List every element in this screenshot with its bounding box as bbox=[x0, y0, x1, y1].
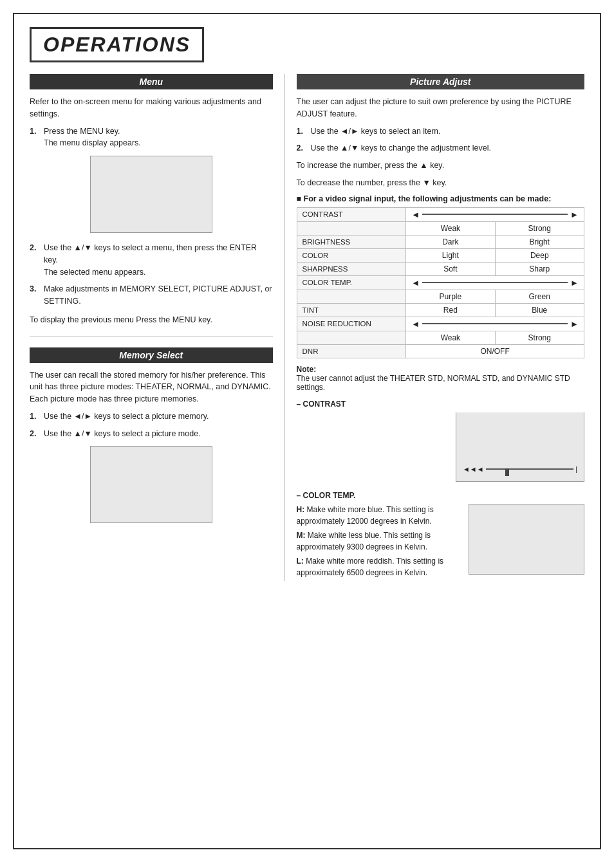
picture-adjust-header: Picture Adjust bbox=[297, 74, 584, 89]
table-label-colortemp-empty bbox=[297, 290, 406, 303]
right-column: Picture Adjust The user can adjust the p… bbox=[285, 74, 584, 581]
menu-section-header: Menu bbox=[30, 74, 273, 89]
picture-adjust-intro: The user can adjust the picture to suit … bbox=[297, 96, 584, 120]
mem-step-main-1: Use the ◄/► keys to select a picture mem… bbox=[44, 412, 209, 421]
table-row-arrow-1: CONTRAST ◄ ► bbox=[297, 207, 584, 221]
table-row-tint: TINT Red Blue bbox=[297, 303, 584, 317]
pic-step-main-1: Use the ◄/► keys to select an item. bbox=[311, 127, 441, 136]
note-section: Note: The user cannot adjust the THEATER… bbox=[297, 365, 584, 392]
table-label-tint: TINT bbox=[297, 303, 406, 317]
step-sub-1: The menu display appears. bbox=[44, 138, 141, 147]
table-arrow-contrast: ◄ ► bbox=[406, 207, 584, 221]
section-divider bbox=[30, 337, 273, 337]
pic-step-num-2: 2. bbox=[297, 142, 311, 154]
mem-step-content-1: Use the ◄/► keys to select a picture mem… bbox=[44, 411, 273, 423]
arrow-right-colortemp: ► bbox=[570, 278, 579, 288]
page-container: OPERATIONS Menu Refer to the on-screen m… bbox=[13, 13, 601, 849]
color-temp-image-box bbox=[469, 504, 584, 575]
mem-step-content-2: Use the ▲/▼ keys to select a picture mod… bbox=[44, 428, 273, 440]
table-row-sharpness: SHARPNESS Soft Sharp bbox=[297, 262, 584, 275]
memory-step-2: 2. Use the ▲/▼ keys to select a picture … bbox=[30, 428, 273, 440]
table-val-red: Red bbox=[406, 303, 495, 317]
table-row-dnr: DNR ON/OFF bbox=[297, 344, 584, 358]
picture-step-1: 1. Use the ◄/► keys to select an item. bbox=[297, 125, 584, 138]
table-val-purple: Purple bbox=[406, 290, 495, 303]
table-arrow-noise: ◄ ► bbox=[406, 317, 584, 331]
bold-note: ■ For a video signal input, the followin… bbox=[297, 194, 584, 203]
slider-right-end: | bbox=[575, 465, 577, 473]
mem-step-main-2: Use the ▲/▼ keys to select a picture mod… bbox=[44, 429, 201, 438]
slider-track bbox=[486, 468, 573, 470]
table-row-contrast-vals: Weak Strong bbox=[297, 221, 584, 235]
table-label-dnr: DNR bbox=[297, 344, 406, 358]
left-column: Menu Refer to the on-screen menu for mak… bbox=[30, 74, 285, 581]
contrast-label: – CONTRAST bbox=[297, 400, 584, 409]
menu-intro-text: Refer to the on-screen menu for making v… bbox=[30, 96, 273, 120]
menu-step-1: 1. Press the MENU key. The menu display … bbox=[30, 125, 273, 150]
memory-section: Memory Select The user can recall the st… bbox=[30, 347, 273, 524]
table-label-contrast-empty bbox=[297, 221, 406, 235]
table-val-onoff: ON/OFF bbox=[406, 344, 584, 358]
table-val-sharp: Sharp bbox=[495, 262, 584, 275]
table-val-dark: Dark bbox=[406, 235, 495, 248]
table-val-strong: Strong bbox=[495, 221, 584, 235]
two-column-layout: Menu Refer to the on-screen menu for mak… bbox=[30, 74, 584, 581]
table-row-brightness: BRIGHTNESS Dark Bright bbox=[297, 235, 584, 248]
step-content-1: Press the MENU key. The menu display app… bbox=[44, 125, 273, 150]
table-val-soft: Soft bbox=[406, 262, 495, 275]
table-label-noise: NOISE REDUCTION bbox=[297, 317, 406, 331]
table-label-sharpness: SHARPNESS bbox=[297, 262, 406, 275]
menu-display-image bbox=[90, 156, 212, 233]
menu-section: Menu Refer to the on-screen menu for mak… bbox=[30, 74, 273, 326]
pic-step-content-2: Use the ▲/▼ keys to change the adjustmen… bbox=[311, 142, 584, 154]
pic-step-content-1: Use the ◄/► keys to select an item. bbox=[311, 125, 584, 138]
color-temp-label: – COLOR TEMP. bbox=[297, 491, 584, 500]
menu-footer-text: To display the previous menu Press the M… bbox=[30, 314, 273, 326]
contrast-slider: ◄◄◄ | bbox=[463, 466, 577, 472]
arrow-left-contrast: ◄ bbox=[411, 210, 420, 219]
table-arrow-colortemp: ◄ ► bbox=[406, 275, 584, 290]
table-val-noise-weak: Weak bbox=[406, 331, 495, 344]
arrow-left-colortemp: ◄ bbox=[411, 278, 420, 288]
contrast-content: ◄◄◄ | bbox=[297, 412, 584, 482]
increase-text: To increase the number, press the ▲ key. bbox=[297, 160, 584, 172]
step-sub-2: The selected menu appears. bbox=[44, 268, 145, 277]
picture-step-2: 2. Use the ▲/▼ keys to change the adjust… bbox=[297, 142, 584, 154]
menu-step-3: 3. Make adjustments in MEMORY SELECT, PI… bbox=[30, 283, 273, 308]
memory-section-header: Memory Select bbox=[30, 347, 273, 363]
table-row-noise-vals: Weak Strong bbox=[297, 331, 584, 344]
table-row-color: COLOR Light Deep bbox=[297, 248, 584, 262]
table-row-arrow-2: COLOR TEMP. ◄ ► bbox=[297, 275, 584, 290]
color-temp-content: H: Make white more blue. This setting is… bbox=[297, 504, 584, 581]
contrast-image-box: ◄◄◄ | bbox=[456, 412, 584, 482]
table-row-colortemp-vals: Purple Green bbox=[297, 290, 584, 303]
contrast-section: – CONTRAST ◄◄◄ | bbox=[297, 400, 584, 482]
slider-left-arrow: ◄◄◄ bbox=[463, 465, 484, 473]
step-main-2: Use the ▲/▼ keys to select a menu, then … bbox=[44, 243, 257, 264]
picture-adjust-section: Picture Adjust The user can adjust the p… bbox=[297, 74, 584, 581]
memory-intro-text: The user can recall the stored memory fo… bbox=[30, 369, 273, 405]
table-label-brightness: BRIGHTNESS bbox=[297, 235, 406, 248]
color-temp-section: – COLOR TEMP. H: Make white more blue. T… bbox=[297, 491, 584, 581]
table-label-color: COLOR bbox=[297, 248, 406, 262]
note-title: Note: bbox=[297, 365, 317, 374]
table-row-arrow-3: NOISE REDUCTION ◄ ► bbox=[297, 317, 584, 331]
step-num-2: 2. bbox=[30, 242, 44, 278]
memory-step-1: 1. Use the ◄/► keys to select a picture … bbox=[30, 411, 273, 423]
arrow-span-colortemp: ◄ ► bbox=[411, 278, 579, 288]
color-temp-text: H: Make white more blue. This setting is… bbox=[297, 504, 462, 581]
table-val-light: Light bbox=[406, 248, 495, 262]
step-num-3: 3. bbox=[30, 283, 44, 308]
pic-step-main-2: Use the ▲/▼ keys to change the adjustmen… bbox=[311, 143, 491, 152]
step-content-3: Make adjustments in MEMORY SELECT, PICTU… bbox=[44, 283, 273, 308]
step-main-1: Press the MENU key. bbox=[44, 127, 120, 136]
page-title: OPERATIONS bbox=[30, 27, 204, 62]
table-label-noise-empty bbox=[297, 331, 406, 344]
mem-step-num-1: 1. bbox=[30, 411, 44, 423]
step-content-2: Use the ▲/▼ keys to select a menu, then … bbox=[44, 242, 273, 278]
pic-step-num-1: 1. bbox=[297, 125, 311, 138]
step-main-3: Make adjustments in MEMORY SELECT, PICTU… bbox=[44, 284, 272, 306]
arrow-left-noise: ◄ bbox=[411, 319, 420, 329]
table-val-weak: Weak bbox=[406, 221, 495, 235]
mem-step-num-2: 2. bbox=[30, 428, 44, 440]
